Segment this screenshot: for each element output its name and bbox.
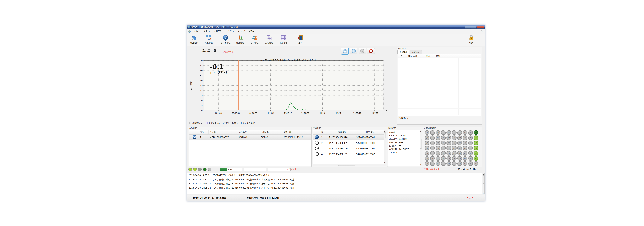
refresh-button[interactable]: 刷新▼ <box>231 122 239 125</box>
menu-item-6[interactable]: 关于(A) <box>247 30 257 33</box>
stop-button[interactable] <box>341 48 349 55</box>
sampler-cell-J6[interactable]: J6 <box>425 156 429 161</box>
sampler-cell-F6[interactable]: F6 <box>446 156 451 161</box>
test-row[interactable]: 1TS201804080098SA201803280001 <box>313 134 384 140</box>
test-col-header[interactable]: 测试编号 <box>328 130 355 134</box>
cancel-button[interactable] <box>367 48 375 54</box>
sampler-cell-F5[interactable]: F5 <box>446 151 451 156</box>
mdi-minimize-button[interactable]: – <box>476 31 479 32</box>
sampler-cell-H7[interactable]: H7 <box>436 161 440 166</box>
menu-item-4[interactable]: 设置(S) <box>226 30 236 33</box>
method-col-header[interactable]: 创建日期 <box>282 130 310 134</box>
数据查看-button[interactable]: 数据查看 <box>276 34 291 46</box>
mdi-restore-button[interactable]: ❐ <box>480 31 483 32</box>
sampler-cell-F4[interactable]: F4 <box>446 146 451 150</box>
sampler-cell-A1[interactable]: A1 <box>474 130 478 135</box>
sampler-cell-J1[interactable]: J1 <box>425 130 429 135</box>
sampler-cell-F2[interactable]: F2 <box>446 135 451 140</box>
sampler-cell-G5[interactable]: G5 <box>441 151 446 156</box>
menu-item-2[interactable]: 查看(V) <box>202 30 212 33</box>
method-col-header[interactable]: 方法名称 <box>260 130 282 134</box>
sampler-cell-G7[interactable]: G7 <box>441 161 446 166</box>
样品管理-button[interactable]: 样品管理 <box>233 34 247 46</box>
sampler-cell-A3[interactable]: A3 <box>474 141 478 145</box>
minimize-button[interactable]: – <box>465 26 471 29</box>
method-col-header[interactable]: 序号 <box>199 130 208 134</box>
sampler-cell-A7[interactable]: A7 <box>474 161 478 166</box>
start-button[interactable] <box>358 48 366 54</box>
sampler-cell-F3[interactable]: F3 <box>446 141 451 145</box>
close-button[interactable]: ✕ <box>476 26 484 29</box>
chart-settings-button[interactable]: 设置 <box>221 122 231 125</box>
站点管理-button[interactable]: 站点管理 <box>202 34 216 46</box>
tab-current-test[interactable]: 当前测试 <box>398 50 410 54</box>
menu-item-5[interactable]: 窗口(W) <box>236 30 247 33</box>
sampler-cell-C2[interactable]: C2 <box>463 135 468 140</box>
sampler-cell-D7[interactable]: D7 <box>457 161 462 166</box>
sampler-cell-J3[interactable]: J3 <box>425 141 429 145</box>
sampler-cell-H6[interactable]: H6 <box>436 156 440 161</box>
sampler-cell-I3[interactable]: I3 <box>430 141 435 145</box>
lock-button[interactable]: 锁定 <box>464 34 478 46</box>
sampler-cell-B5[interactable]: B5 <box>468 151 473 156</box>
sampler-cell-I7[interactable]: I7 <box>430 161 435 166</box>
sampler-cell-A5[interactable]: A5 <box>474 151 478 156</box>
sampler-cell-D6[interactable]: D6 <box>457 156 462 161</box>
sample-info-vscroll[interactable]: ▲▼ <box>420 130 422 166</box>
客户管理-button[interactable]: 客户管理 <box>247 34 262 46</box>
sampler-cell-F1[interactable]: F1 <box>446 130 451 135</box>
test-row[interactable]: 2TS201804080099SA201803310000 <box>313 140 384 146</box>
sampler-cell-H1[interactable]: H1 <box>436 130 440 135</box>
sampler-cell-E2[interactable]: E2 <box>452 135 456 140</box>
sampler-cell-G3[interactable]: G3 <box>441 141 446 145</box>
sampler-cell-J4[interactable]: J4 <box>425 146 429 150</box>
test-list-hscroll[interactable] <box>313 164 384 166</box>
sampler-cell-B7[interactable]: B7 <box>468 161 473 166</box>
sampler-cell-J7[interactable]: J7 <box>425 161 429 166</box>
sampler-cell-C5[interactable]: C5 <box>463 151 468 156</box>
method-col-header[interactable]: 方法类型 <box>238 130 260 134</box>
sampler-cell-D4[interactable]: D4 <box>457 146 462 150</box>
collapse-panel-arrow[interactable]: ‹ <box>395 60 396 62</box>
linear-settings-button[interactable]: 线性设置▼ <box>188 122 203 125</box>
sampler-cell-C3[interactable]: C3 <box>463 141 468 145</box>
sampler-cell-J2[interactable]: J2 <box>425 135 429 140</box>
test-row[interactable]: 3TS201804080100SA201803310001 <box>313 146 384 151</box>
停止通讯-button[interactable]: 停止通讯 <box>187 34 202 46</box>
test-row[interactable]: 4TS201804080101SA201803310002 <box>313 151 384 157</box>
sampler-cell-E3[interactable]: E3 <box>452 141 456 145</box>
sampler-cell-B2[interactable]: B2 <box>468 135 473 140</box>
sampler-cell-A6[interactable]: A6 <box>474 156 478 161</box>
sampler-cell-A4[interactable]: A4 <box>474 146 478 150</box>
sampler-cell-B6[interactable]: B6 <box>468 156 473 161</box>
menu-item-1[interactable]: 文件(F) <box>192 30 202 33</box>
sampler-cell-G2[interactable]: G2 <box>441 135 446 140</box>
method-row[interactable]: 1ME201804080037样品测试TC测试2018/4/8 14:25:12 <box>189 134 310 140</box>
sampler-cell-H3[interactable]: H3 <box>436 141 440 145</box>
sampler-cell-E6[interactable]: E6 <box>452 156 456 161</box>
取样点管理-button[interactable]: i取样点管理 <box>218 34 233 46</box>
test-list-vscroll[interactable]: ▲▼ <box>384 130 386 166</box>
sampler-cell-G4[interactable]: G4 <box>441 146 446 150</box>
sampler-cell-H4[interactable]: H4 <box>436 146 440 150</box>
test-col-header[interactable]: 序号 <box>320 130 328 134</box>
sampler-cell-I1[interactable]: I1 <box>430 130 435 135</box>
sampler-cell-D5[interactable]: D5 <box>457 151 462 156</box>
sampler-cell-D1[interactable]: D1 <box>457 130 462 135</box>
dw-col-header[interactable]: 序号 <box>398 54 407 58</box>
sampler-cell-B3[interactable]: B3 <box>468 141 473 145</box>
stop-acquire-button[interactable]: 停止获取数据 <box>239 122 256 125</box>
log-scrollbar[interactable]: ▲ ▼ <box>482 173 484 194</box>
pause-button[interactable] <box>350 48 358 54</box>
method-col-header[interactable]: 方法编号 <box>208 130 238 134</box>
sampler-cell-B4[interactable]: B4 <box>468 146 473 150</box>
sampler-cell-C7[interactable]: C7 <box>463 161 468 166</box>
sampler-cell-C4[interactable]: C4 <box>463 146 468 150</box>
sampler-cell-E5[interactable]: E5 <box>452 151 456 156</box>
title-bar[interactable]: 泰林总有机碳分析系统软件[zt\byh]照例] - [站点：5] – ▢ ✕ <box>187 25 485 29</box>
sampler-cell-I5[interactable]: I5 <box>430 151 435 156</box>
sampler-cell-H2[interactable]: H2 <box>436 135 440 140</box>
menu-item-3[interactable]: 实用工具(T) <box>212 30 226 33</box>
sampler-cell-E4[interactable]: E4 <box>452 146 456 150</box>
maximize-button[interactable]: ▢ <box>471 26 476 29</box>
